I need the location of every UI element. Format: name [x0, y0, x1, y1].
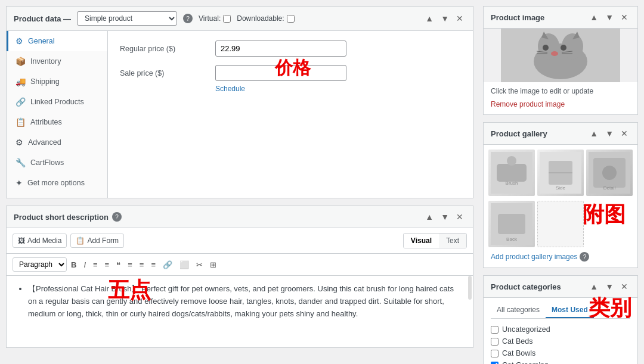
visual-tab[interactable]: Visual [404, 234, 439, 248]
product-data-up-btn[interactable]: ▲ [423, 13, 436, 24]
short-description-title: Product short description [14, 213, 109, 222]
editor-content[interactable]: 【Professional Cat Hair Brush】 Perfect gi… [7, 276, 473, 347]
all-categories-tab[interactable]: All categories [491, 303, 546, 318]
product-gallery-close-btn[interactable]: ✕ [618, 127, 630, 139]
align-center-btn[interactable]: ≡ [137, 259, 147, 271]
table-btn[interactable]: ⊞ [207, 259, 219, 271]
gallery-thumb-2[interactable]: Side [537, 150, 584, 196]
short-desc-close-btn[interactable]: ✕ [454, 211, 466, 223]
product-gallery-down-btn[interactable]: ▼ [603, 127, 616, 139]
tab-cartflows[interactable]: 🔧 CartFlows [7, 153, 107, 173]
gallery-image-1: Brush [491, 152, 532, 194]
regular-price-input[interactable] [215, 41, 346, 57]
tab-attributes[interactable]: 📋 Attributes [7, 112, 107, 132]
tab-general[interactable]: ⚙ General [7, 31, 107, 51]
svg-point-8 [551, 51, 558, 56]
downloadable-label: Downloadable: [237, 14, 294, 23]
tab-inventory[interactable]: 📦 Inventory [7, 51, 107, 71]
add-media-icon: 🖼 [18, 237, 25, 245]
gallery-thumb-1[interactable]: Brush [488, 150, 535, 196]
product-image-title: Product image [491, 13, 544, 22]
tab-advanced[interactable]: ⚙ Advanced [7, 132, 107, 153]
blockquote-btn[interactable]: ❝ [113, 259, 123, 271]
bold-btn[interactable]: B [68, 259, 79, 271]
regular-price-label: Regular price ($) [120, 45, 209, 53]
short-desc-up-btn[interactable]: ▲ [423, 211, 436, 223]
inventory-icon: 📦 [16, 57, 26, 66]
product-gallery-up-btn[interactable]: ▲ [587, 127, 600, 139]
add-media-button[interactable]: 🖼 Add Media [13, 234, 67, 248]
product-image-close-btn[interactable]: ✕ [618, 11, 630, 23]
cartflows-icon: 🔧 [16, 158, 26, 167]
categories-up-btn[interactable]: ▲ [587, 281, 600, 293]
add-gallery-link[interactable]: Add product gallery images [491, 253, 577, 261]
gallery-thumb-5[interactable] [537, 201, 584, 247]
short-description-panel: Product short description ? ▲ ▼ ✕ 🖼 Add … [6, 206, 473, 348]
add-form-button[interactable]: 📋 Add Form [70, 234, 124, 248]
most-used-tab[interactable]: Most Used [546, 303, 594, 318]
align-left-btn[interactable]: ≡ [125, 259, 135, 271]
short-desc-down-btn[interactable]: ▼ [438, 211, 451, 223]
paragraph-select[interactable]: Paragraph [13, 257, 67, 272]
category-item-cat-bowls: Cat Bowls [491, 347, 630, 359]
gallery-help-icon[interactable]: ? [580, 252, 589, 262]
scroll-bar [468, 276, 472, 300]
sale-price-input[interactable] [215, 65, 346, 81]
category-checkbox-cat-grooming[interactable] [491, 362, 499, 365]
svg-text:Detail: Detail [603, 185, 616, 191]
schedule-link[interactable]: Schedule [215, 85, 461, 93]
text-tab[interactable]: Text [439, 234, 466, 248]
downloadable-checkbox[interactable] [287, 15, 295, 23]
gallery-thumb-3[interactable]: Detail [586, 150, 633, 196]
product-categories-panel: Product categories ▲ ▼ ✕ All categories … [483, 275, 638, 364]
align-right-btn[interactable]: ≡ [148, 259, 159, 271]
product-data-controls: ▲ ▼ ✕ [423, 13, 466, 24]
category-checkbox-uncategorized[interactable] [491, 326, 499, 334]
image-btn[interactable]: ⬜ [177, 259, 192, 271]
product-image-up-btn[interactable]: ▲ [587, 11, 600, 23]
product-image-down-btn[interactable]: ▼ [603, 11, 616, 23]
tab-get-more-options[interactable]: ✦ Get more options [7, 173, 107, 193]
product-data-down-btn[interactable]: ▼ [438, 13, 451, 24]
short-description-help-icon[interactable]: ? [112, 212, 122, 222]
categories-close-btn[interactable]: ✕ [618, 281, 630, 293]
svg-rect-26 [498, 214, 525, 234]
gallery-thumb-4[interactable]: Back [488, 201, 535, 247]
category-label-cat-grooming: Cat Grooming [502, 361, 549, 364]
product-categories-title: Product categories [491, 282, 561, 291]
product-data-close-btn[interactable]: ✕ [454, 13, 466, 24]
advanced-icon: ⚙ [16, 138, 23, 147]
shipping-icon: 🚚 [16, 77, 26, 86]
ordered-list-btn[interactable]: ≡ [102, 259, 113, 271]
product-image-preview[interactable] [484, 29, 637, 82]
tab-linked-products[interactable]: 🔗 Linked Products [7, 92, 107, 112]
product-type-select[interactable]: Simple product Grouped product External/… [77, 11, 177, 26]
svg-rect-14 [497, 164, 527, 182]
tab-shipping[interactable]: 🚚 Shipping [7, 71, 107, 92]
product-image-svg [501, 29, 620, 82]
product-gallery-controls: ▲ ▼ ✕ [587, 127, 630, 139]
more-options-icon: ✦ [16, 178, 23, 188]
svg-point-23 [602, 166, 617, 180]
category-checkbox-cat-bowls[interactable] [491, 350, 499, 357]
sale-price-row: Sale price ($) [120, 65, 461, 81]
link-btn[interactable]: 🔗 [160, 259, 175, 271]
unordered-list-btn[interactable]: ≡ [90, 259, 101, 271]
category-item-cat-grooming: Cat Grooming [491, 359, 630, 364]
product-categories-header: Product categories ▲ ▼ ✕ [484, 276, 637, 298]
add-form-icon: 📋 [76, 237, 85, 245]
italic-btn[interactable]: I [80, 259, 89, 271]
gallery-image-2: Side [540, 152, 581, 194]
category-checkbox-cat-beds[interactable] [491, 338, 499, 346]
product-gallery-title: Product gallery [491, 129, 547, 138]
product-categories-controls: ▲ ▼ ✕ [587, 281, 630, 293]
add-gallery-section: Add product gallery images ? [484, 252, 637, 267]
product-type-help-icon[interactable]: ? [183, 14, 193, 23]
remove-product-image-link[interactable]: Remove product image [484, 100, 637, 114]
virtual-checkbox[interactable] [223, 15, 231, 23]
cut-btn[interactable]: ✂ [193, 259, 206, 271]
gallery-grid-row1: Brush Side Detail [484, 145, 637, 201]
category-label-cat-beds: Cat Beds [502, 337, 532, 346]
categories-down-btn[interactable]: ▼ [603, 281, 616, 293]
sale-price-label: Sale price ($) [120, 69, 209, 77]
